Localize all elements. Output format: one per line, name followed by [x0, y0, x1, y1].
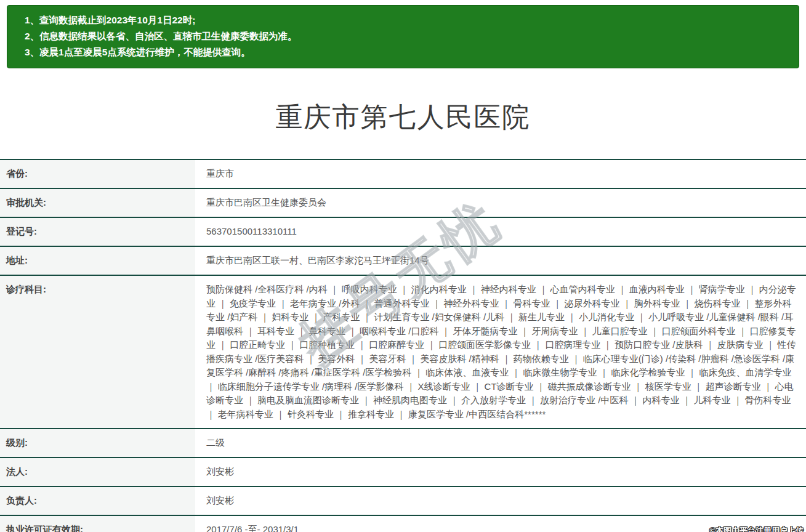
notice-line: 3、凌晨1点至凌晨5点系统进行维护，不能提供查询。 [25, 44, 792, 60]
hospital-info-page: 1、查询数据截止到2023年10月1日22时;2、信息数据结果以各省、自治区、直… [0, 5, 806, 532]
table-row: 执业许可证有效期:2017/7/6 -至- 2031/3/1 [0, 515, 806, 532]
row-value: 刘安彬 [195, 487, 806, 515]
row-value: 563701500113310111 [195, 218, 806, 246]
row-label: 省份: [0, 160, 195, 188]
page-title: 重庆市第七人民医院 [0, 99, 806, 135]
table-row: 级别:二级 [0, 428, 806, 457]
row-label: 负责人: [0, 487, 195, 515]
row-label: 执业许可证有效期: [0, 516, 195, 532]
row-label: 登记号: [0, 218, 195, 246]
row-label: 诊疗科目: [0, 276, 195, 428]
row-value: 重庆市 [195, 160, 806, 188]
row-value: 预防保健科 /全科医疗科 /内科 ｜ 呼吸内科专业 ｜ 消化内科专业 ｜ 神经内… [195, 276, 806, 428]
row-value: 二级 [195, 429, 806, 457]
notice-box: 1、查询数据截止到2023年10月1日22时;2、信息数据结果以各省、自治区、直… [7, 5, 799, 68]
table-row: 负责人:刘安彬 [0, 486, 806, 515]
table-row: 诊疗科目:预防保健科 /全科医疗科 /内科 ｜ 呼吸内科专业 ｜ 消化内科专业 … [0, 275, 806, 428]
table-row: 登记号:563701500113310111 [0, 217, 806, 246]
row-value: 重庆市巴南区工联一村、巴南区李家沱马王坪正街14号 [195, 247, 806, 275]
row-value: 刘安彬 [195, 458, 806, 486]
row-label: 审批机关: [0, 189, 195, 217]
table-row: 地址:重庆市巴南区工联一村、巴南区李家沱马王坪正街14号 [0, 246, 806, 275]
title-section: 重庆市第七人民医院 [0, 68, 806, 159]
table-row: 审批机关:重庆市巴南区卫生健康委员会 [0, 188, 806, 217]
row-label: 级别: [0, 429, 195, 457]
notice-line: 2、信息数据结果以各省、自治区、直辖市卫生健康委数据为准。 [25, 28, 792, 44]
notice-line: 1、查询数据截止到2023年10月1日22时; [25, 12, 792, 28]
row-label: 法人: [0, 458, 195, 486]
row-value: 重庆市巴南区卫生健康委员会 [195, 189, 806, 217]
notice-lines: 1、查询数据截止到2023年10月1日22时;2、信息数据结果以各省、自治区、直… [25, 12, 792, 60]
copyright-stamp: ©本图由平台注册用户上传 [709, 525, 804, 532]
table-row: 法人:刘安彬 [0, 457, 806, 486]
row-label: 地址: [0, 247, 195, 275]
info-table: 省份:重庆市审批机关:重庆市巴南区卫生健康委员会登记号:563701500113… [0, 159, 806, 532]
table-row: 省份:重庆市 [0, 159, 806, 188]
